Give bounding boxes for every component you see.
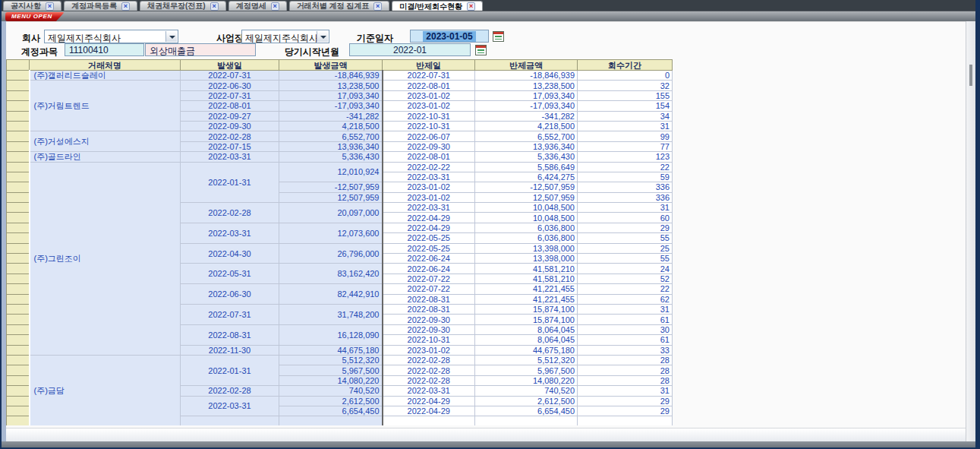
cell-settle-date[interactable]: 2022-05-25 xyxy=(383,233,475,243)
cell-settle-date[interactable]: 2022-09-30 xyxy=(383,315,475,324)
cell-occur-date[interactable]: 2022-07-15 xyxy=(181,141,279,151)
column-header[interactable]: 발생금액 xyxy=(279,60,383,71)
cell-recover-days[interactable]: 62 xyxy=(578,294,673,304)
cell-settle-amount[interactable]: -12,507,959 xyxy=(475,182,578,192)
cell-recover-days[interactable]: 30 xyxy=(578,324,673,334)
cell-settle-date[interactable]: 2022-06-07 xyxy=(383,131,475,141)
cell-settle-amount[interactable]: 15,874,100 xyxy=(475,304,578,314)
cell-settle-amount[interactable]: 12,507,959 xyxy=(475,192,578,202)
cell-settle-amount[interactable]: 5,336,430 xyxy=(475,152,578,162)
cell-settle-date[interactable]: 2022-09-30 xyxy=(383,141,475,151)
cell-settle-amount[interactable]: 6,552,700 xyxy=(475,131,578,141)
calendar-icon[interactable] xyxy=(475,45,487,55)
cell-occur-amount[interactable]: -17,093,340 xyxy=(279,101,383,111)
cell-settle-amount[interactable]: 5,967,500 xyxy=(475,365,578,375)
cell-settle-amount[interactable]: 13,936,340 xyxy=(475,141,578,151)
cell-settle-date[interactable]: 2022-03-31 xyxy=(383,172,475,182)
cell-occur-date[interactable]: 2022-08-01 xyxy=(181,101,279,111)
chevron-down-icon[interactable] xyxy=(165,31,177,42)
row-selector[interactable] xyxy=(7,152,30,162)
cell-occur-date[interactable]: 2022-01-31 xyxy=(181,162,279,203)
row-selector[interactable] xyxy=(7,345,30,355)
cell-settle-date[interactable]: 2022-02-22 xyxy=(383,162,475,172)
grid-corner-cell[interactable] xyxy=(7,60,30,71)
cell-occur-amount[interactable]: 17,093,340 xyxy=(279,90,383,100)
cell-recover-days[interactable]: 29 xyxy=(578,223,673,232)
horizontal-scrollbar[interactable] xyxy=(6,428,966,441)
cell-settle-amount[interactable]: 6,036,800 xyxy=(475,233,578,243)
cell-recover-days[interactable]: 29 xyxy=(578,406,673,416)
column-header[interactable]: 반제일 xyxy=(383,60,475,71)
cell-occur-amount[interactable]: 13,936,340 xyxy=(279,141,383,151)
tab-2[interactable]: 계정과목등록× xyxy=(64,1,137,11)
row-selector[interactable] xyxy=(7,71,30,81)
cell-settle-amount[interactable] xyxy=(475,416,578,425)
close-icon[interactable]: × xyxy=(467,2,475,11)
row-selector[interactable] xyxy=(7,101,30,111)
cell-customer[interactable]: (주)골드라인 xyxy=(30,152,181,162)
cell-recover-days[interactable]: 33 xyxy=(578,345,673,355)
cell-occur-amount[interactable]: 82,442,910 xyxy=(279,284,383,305)
cell-settle-date[interactable]: 2022-04-29 xyxy=(383,406,475,416)
cell-recover-days[interactable]: 336 xyxy=(578,192,673,202)
cell-recover-days[interactable]: 99 xyxy=(578,131,673,141)
cell-settle-date[interactable]: 2022-10-31 xyxy=(383,335,475,345)
cell-settle-date[interactable] xyxy=(383,416,475,425)
row-selector[interactable] xyxy=(7,396,30,406)
cell-occur-amount[interactable]: 26,796,000 xyxy=(279,243,383,264)
cell-occur-amount[interactable]: 5,512,320 xyxy=(279,355,383,365)
row-selector[interactable] xyxy=(7,386,30,396)
row-selector[interactable] xyxy=(7,315,30,324)
cell-recover-days[interactable]: 32 xyxy=(578,81,673,90)
cell-occur-date[interactable]: 2022-07-31 xyxy=(181,71,279,81)
cell-settle-amount[interactable]: 41,581,210 xyxy=(475,264,578,274)
row-selector[interactable] xyxy=(7,335,30,345)
cell-settle-amount[interactable]: 13,238,500 xyxy=(475,81,578,90)
row-selector[interactable] xyxy=(7,284,30,294)
row-selector[interactable] xyxy=(7,203,30,213)
cell-settle-amount[interactable]: 4,218,500 xyxy=(475,121,578,131)
cell-settle-date[interactable]: 2022-04-29 xyxy=(383,223,475,232)
row-selector[interactable] xyxy=(7,213,30,223)
cell-settle-date[interactable]: 2023-01-02 xyxy=(383,192,475,202)
cell-settle-date[interactable]: 2023-01-02 xyxy=(383,345,475,355)
cell-settle-date[interactable]: 2022-08-31 xyxy=(383,304,475,314)
cell-settle-amount[interactable]: 6,424,275 xyxy=(475,172,578,182)
close-icon[interactable]: × xyxy=(373,2,382,11)
cell-settle-amount[interactable]: 6,036,800 xyxy=(475,223,578,232)
cell-occur-amount[interactable]: 740,520 xyxy=(279,386,383,396)
vertical-scrollbar[interactable] xyxy=(966,21,975,441)
cell-occur-date[interactable]: 2022-08-31 xyxy=(181,324,279,345)
cell-settle-date[interactable]: 2022-02-28 xyxy=(383,375,475,385)
cell-occur-amount[interactable]: 16,128,090 xyxy=(279,324,383,345)
row-selector[interactable] xyxy=(7,355,30,365)
cell-settle-date[interactable]: 2022-06-24 xyxy=(383,254,475,264)
cell-settle-date[interactable]: 2022-02-28 xyxy=(383,355,475,365)
cell-settle-amount[interactable]: 8,064,045 xyxy=(475,335,578,345)
cell-occur-date[interactable]: 2022-07-31 xyxy=(181,304,279,324)
cell-recover-days[interactable]: 28 xyxy=(578,375,673,385)
cell-customer[interactable]: (주)거림트렌드 xyxy=(30,81,181,131)
cell-settle-date[interactable]: 2022-05-25 xyxy=(383,243,475,253)
vertical-scrollbar-thumb[interactable] xyxy=(969,65,972,86)
cell-occur-date[interactable]: 2022-06-30 xyxy=(181,284,279,305)
cell-occur-date[interactable]: 2022-03-31 xyxy=(181,223,279,243)
row-selector[interactable] xyxy=(7,131,30,141)
cell-occur-amount[interactable]: 13,238,500 xyxy=(279,81,383,90)
close-icon[interactable]: × xyxy=(46,2,54,11)
cell-customer[interactable]: (주)그린조이 xyxy=(30,162,181,355)
cell-settle-amount[interactable]: 5,586,649 xyxy=(475,162,578,172)
row-selector[interactable] xyxy=(7,243,30,253)
cell-occur-amount[interactable]: 2,612,500 xyxy=(279,396,383,406)
cell-recover-days[interactable]: 22 xyxy=(578,284,673,294)
cell-settle-amount[interactable]: 41,221,455 xyxy=(475,284,578,294)
cell-settle-amount[interactable]: 41,221,455 xyxy=(475,294,578,304)
cell-settle-amount[interactable]: 15,874,100 xyxy=(475,315,578,324)
cell-customer[interactable]: (주)금담 xyxy=(30,355,181,425)
row-selector[interactable] xyxy=(7,90,30,100)
cell-occur-amount[interactable]: 31,748,200 xyxy=(279,304,383,324)
cell-occur-amount[interactable]: 5,967,500 xyxy=(279,365,383,375)
cell-recover-days[interactable]: 59 xyxy=(578,172,673,182)
cell-occur-amount[interactable]: 12,073,600 xyxy=(279,223,383,243)
close-icon[interactable]: × xyxy=(271,2,279,11)
